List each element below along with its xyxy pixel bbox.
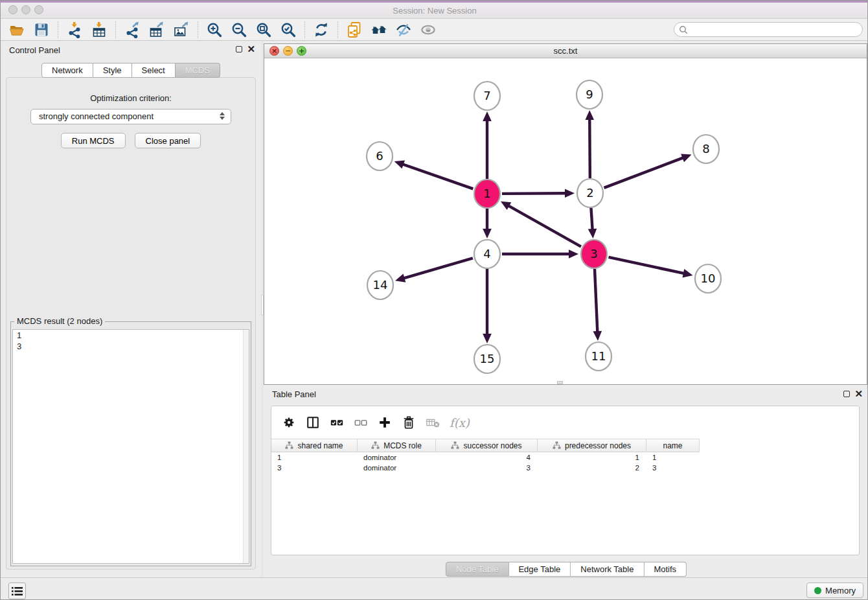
result-item[interactable]: 3 bbox=[13, 341, 249, 352]
node-table-container: f(x) shared nameMCDS rolesuccessor nodes… bbox=[271, 406, 860, 555]
task-list-button[interactable] bbox=[8, 583, 26, 599]
split-grip[interactable] bbox=[557, 381, 563, 384]
graph-edge-3-11[interactable] bbox=[595, 269, 597, 332]
graph-edge-arrowhead bbox=[483, 111, 492, 121]
close-panel-icon[interactable]: ✕ bbox=[247, 45, 255, 53]
table-row[interactable]: 3dominator323 bbox=[271, 463, 700, 473]
zoom-fit-icon[interactable] bbox=[251, 20, 276, 40]
status-bar: Memory bbox=[1, 577, 868, 600]
graph-edge-2-3[interactable] bbox=[591, 208, 592, 230]
table-cell[interactable]: 1 bbox=[538, 452, 646, 463]
graph-node-8[interactable]: 8 bbox=[693, 135, 719, 163]
network-graph[interactable]: 7968124314101511 bbox=[264, 58, 867, 384]
float-panel-icon[interactable] bbox=[236, 46, 242, 52]
close-table-panel-icon[interactable]: ✕ bbox=[854, 390, 863, 398]
table-cell[interactable]: dominator bbox=[358, 452, 436, 463]
memory-button[interactable]: Memory bbox=[806, 583, 863, 598]
table-cell[interactable]: 2 bbox=[538, 463, 646, 473]
table-cell[interactable]: 4 bbox=[436, 452, 538, 463]
table-cell[interactable]: 3 bbox=[646, 463, 700, 473]
column-header-name[interactable]: name bbox=[646, 439, 700, 452]
unselect-all-columns-icon[interactable] bbox=[354, 415, 368, 430]
toolbar-separator bbox=[198, 21, 198, 38]
result-scrollbar[interactable] bbox=[243, 330, 249, 563]
table-cell[interactable]: 1 bbox=[646, 452, 700, 463]
graph-node-15[interactable]: 15 bbox=[474, 345, 500, 373]
homes-icon[interactable] bbox=[367, 20, 391, 40]
graph-edge-1-6[interactable] bbox=[402, 164, 473, 189]
graph-node-3[interactable]: 3 bbox=[581, 240, 607, 268]
mcds-result-list[interactable]: 13 bbox=[12, 329, 249, 564]
export-table-icon[interactable] bbox=[144, 20, 169, 40]
refresh-icon[interactable] bbox=[309, 20, 334, 40]
export-image-icon[interactable] bbox=[169, 20, 194, 40]
graph-node-4[interactable]: 4 bbox=[474, 240, 500, 268]
graph-node-10[interactable]: 10 bbox=[695, 264, 721, 293]
graph-node-11[interactable]: 11 bbox=[586, 342, 611, 371]
criterion-dropdown[interactable]: strongly connected component bbox=[30, 109, 231, 124]
add-column-icon[interactable] bbox=[378, 415, 392, 430]
attribute-tree-icon bbox=[553, 441, 561, 450]
table-cell[interactable]: 1 bbox=[271, 452, 358, 463]
import-network-icon[interactable] bbox=[62, 20, 87, 40]
graph-edge-3-10[interactable] bbox=[608, 257, 684, 273]
graph-edge-arrowhead bbox=[483, 334, 492, 343]
graph-node-9[interactable]: 9 bbox=[577, 80, 602, 109]
table-cell[interactable]: dominator bbox=[358, 463, 436, 473]
run-mcds-button[interactable]: Run MCDS bbox=[61, 133, 126, 148]
tab-network-table[interactable]: Network Table bbox=[571, 562, 644, 577]
graph-edge-3-1[interactable] bbox=[508, 205, 581, 247]
save-icon[interactable] bbox=[29, 20, 54, 40]
float-table-panel-icon[interactable] bbox=[843, 391, 850, 397]
column-header-predecessor-nodes[interactable]: predecessor nodes bbox=[538, 439, 646, 452]
attribute-tree-icon bbox=[451, 441, 459, 450]
graph-edge-2-8[interactable] bbox=[604, 157, 684, 188]
tab-node-table[interactable]: Node Table bbox=[446, 562, 509, 577]
graph-edge-4-14[interactable] bbox=[404, 258, 473, 278]
application-window: Session: New Session bbox=[0, 0, 868, 600]
graph-edge-1-2[interactable] bbox=[502, 193, 566, 194]
split-columns-icon[interactable] bbox=[306, 415, 320, 430]
network-document-icon[interactable] bbox=[342, 20, 367, 40]
eye-icon[interactable] bbox=[416, 20, 440, 40]
select-all-columns-icon[interactable] bbox=[330, 415, 344, 430]
column-header-shared-name[interactable]: shared name bbox=[271, 439, 358, 452]
network-close-icon[interactable]: × bbox=[269, 46, 279, 56]
graph-node-2[interactable]: 2 bbox=[577, 179, 603, 207]
table-body: 1dominator4113dominator323 bbox=[271, 452, 700, 473]
network-minimize-icon[interactable]: − bbox=[283, 46, 293, 56]
network-maximize-icon[interactable]: + bbox=[297, 46, 306, 56]
table-settings-gear-icon[interactable] bbox=[282, 415, 296, 430]
eye-slash-icon[interactable] bbox=[391, 20, 416, 40]
graph-edge-2-9[interactable] bbox=[589, 119, 590, 178]
table-cell[interactable]: 3 bbox=[271, 463, 358, 473]
export-network-icon[interactable] bbox=[120, 20, 144, 40]
column-header-mcds-role[interactable]: MCDS role bbox=[358, 439, 436, 452]
tab-motifs[interactable]: Motifs bbox=[644, 562, 687, 577]
graph-node-7[interactable]: 7 bbox=[474, 82, 500, 110]
import-table-icon[interactable] bbox=[87, 20, 111, 40]
zoom-selected-icon[interactable] bbox=[276, 20, 301, 40]
tab-edge-table[interactable]: Edge Table bbox=[508, 562, 571, 577]
delete-trash-icon[interactable] bbox=[402, 415, 416, 430]
graph-node-1[interactable]: 1 bbox=[474, 179, 500, 208]
tab-network[interactable]: Network bbox=[41, 63, 93, 78]
graph-node-6[interactable]: 6 bbox=[367, 142, 393, 170]
close-panel-button[interactable]: Close panel bbox=[135, 133, 201, 148]
tab-style[interactable]: Style bbox=[93, 63, 132, 78]
column-header-successor-nodes[interactable]: successor nodes bbox=[436, 439, 538, 452]
open-folder-icon[interactable] bbox=[5, 20, 29, 40]
tab-select[interactable]: Select bbox=[132, 63, 176, 78]
attribute-tree-icon bbox=[285, 441, 293, 450]
table-row[interactable]: 1dominator411 bbox=[271, 452, 700, 463]
zoom-in-icon[interactable] bbox=[202, 20, 227, 40]
control-panel: Control Panel ✕ NetworkStyleSelectMCDS O… bbox=[1, 41, 261, 577]
table-cell[interactable]: 3 bbox=[436, 463, 538, 473]
network-window-titlebar[interactable]: × − + scc.txt bbox=[264, 44, 867, 58]
zoom-out-icon[interactable] bbox=[227, 20, 251, 40]
tab-mcds[interactable]: MCDS bbox=[176, 63, 220, 78]
graph-node-14[interactable]: 14 bbox=[367, 271, 393, 299]
result-item[interactable]: 1 bbox=[13, 330, 249, 341]
network-canvas[interactable]: 7968124314101511 bbox=[264, 58, 867, 384]
search-input[interactable] bbox=[688, 24, 862, 36]
